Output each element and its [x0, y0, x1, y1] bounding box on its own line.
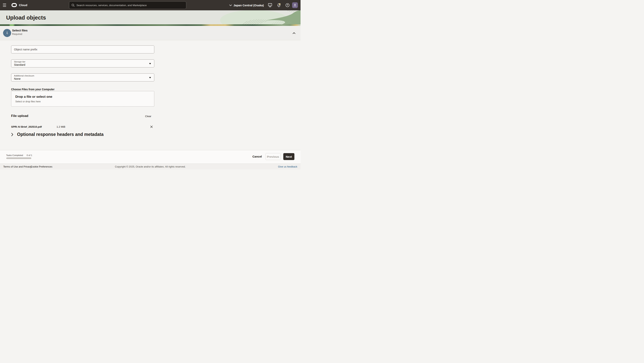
search-input[interactable]	[76, 4, 184, 7]
tasks-count: 0 of 1	[27, 154, 32, 156]
storage-tier-value: Standard	[14, 63, 152, 66]
dropzone-subtitle: Select or drop files here	[15, 100, 41, 103]
object-name-prefix-field[interactable]	[11, 46, 154, 54]
cloud-shell-icon[interactable]: ‹›	[268, 2, 273, 8]
close-icon[interactable]	[150, 125, 153, 128]
svg-text:‹›: ‹›	[270, 4, 271, 6]
search-icon	[72, 4, 75, 7]
choose-files-label: Choose Files from your Computer	[11, 88, 54, 91]
cookie-preferences-link[interactable]: Cookie Preferences	[30, 165, 52, 168]
page-header: Upload objects	[0, 10, 300, 26]
previous-button[interactable]: Previous	[266, 153, 280, 160]
tasks-completed-label: Tasks Completed	[6, 154, 23, 156]
feedback-link[interactable]: Give us feedback	[278, 165, 297, 168]
topbar: Cloud Japan Central (Osaka) ‹›	[0, 0, 300, 10]
additional-checksum-label: Additional checksum	[14, 74, 152, 77]
decorative-illustration	[218, 10, 300, 24]
cancel-button[interactable]: Cancel	[252, 155, 262, 158]
dropzone-title: Drop a file or select one	[15, 95, 52, 99]
optional-headers-section-toggle[interactable]: Optional response headers and metadata	[11, 132, 104, 137]
tasks-progress-bar	[6, 158, 31, 159]
step-subtitle: Required	[12, 32, 22, 36]
region-label: Japan Central (Osaka)	[234, 4, 264, 7]
dropdown-caret-icon	[149, 63, 151, 64]
uploaded-file-row: SPRi AI Brief_202510.pdf 1.2 MiB	[0, 124, 157, 130]
additional-checksum-value: None	[14, 77, 152, 80]
chevron-down-icon	[229, 4, 232, 6]
file-dropzone[interactable]: Drop a file or select one Select or drop…	[11, 91, 154, 106]
region-selector[interactable]: Japan Central (Osaka)	[229, 0, 264, 10]
chevron-up-icon[interactable]	[292, 31, 296, 36]
step-number-badge: 1	[3, 29, 11, 37]
decorative-strip	[0, 24, 300, 26]
storage-tier-select[interactable]: Storage tier Standard	[11, 60, 154, 68]
wizard-footer: Tasks Completed 0 of 1 Cancel Previous N…	[0, 150, 300, 164]
optional-headers-title: Optional response headers and metadata	[17, 132, 104, 137]
person-icon	[293, 4, 297, 7]
dropdown-caret-icon	[149, 77, 151, 78]
upload-objects-page: Cloud Japan Central (Osaka) ‹›	[0, 0, 300, 170]
profile-avatar[interactable]	[292, 2, 298, 8]
oracle-logo[interactable]	[12, 3, 17, 7]
clear-files-link[interactable]: Clear	[145, 115, 151, 118]
step-title: Select files	[12, 29, 28, 32]
next-button[interactable]: Next	[283, 153, 294, 160]
page-footer: Copyright © 2025, Oracle and/or its affi…	[0, 164, 300, 170]
hamburger-menu-icon[interactable]	[3, 3, 7, 7]
page-title: Upload objects	[6, 14, 46, 21]
help-icon[interactable]: ?	[285, 2, 290, 8]
step-header: 1 Select files Required	[0, 26, 300, 40]
svg-text:?: ?	[287, 4, 288, 6]
chevron-right-icon	[11, 133, 13, 136]
file-upload-heading: File upload	[11, 114, 28, 118]
notifications-bell-icon[interactable]	[276, 2, 282, 8]
notification-dot	[279, 3, 280, 5]
global-search[interactable]	[69, 1, 186, 9]
object-name-prefix-input[interactable]	[11, 46, 154, 53]
terms-link[interactable]: Terms of Use and Privacy	[3, 165, 32, 168]
form-section: Storage tier Standard Additional checksu…	[0, 40, 300, 150]
file-size: 1.2 MiB	[56, 125, 65, 128]
storage-tier-label: Storage tier	[14, 60, 152, 63]
brand-label: Cloud	[19, 4, 28, 7]
file-name: SPRi AI Brief_202510.pdf	[11, 125, 42, 128]
additional-checksum-select[interactable]: Additional checksum None	[11, 74, 154, 82]
